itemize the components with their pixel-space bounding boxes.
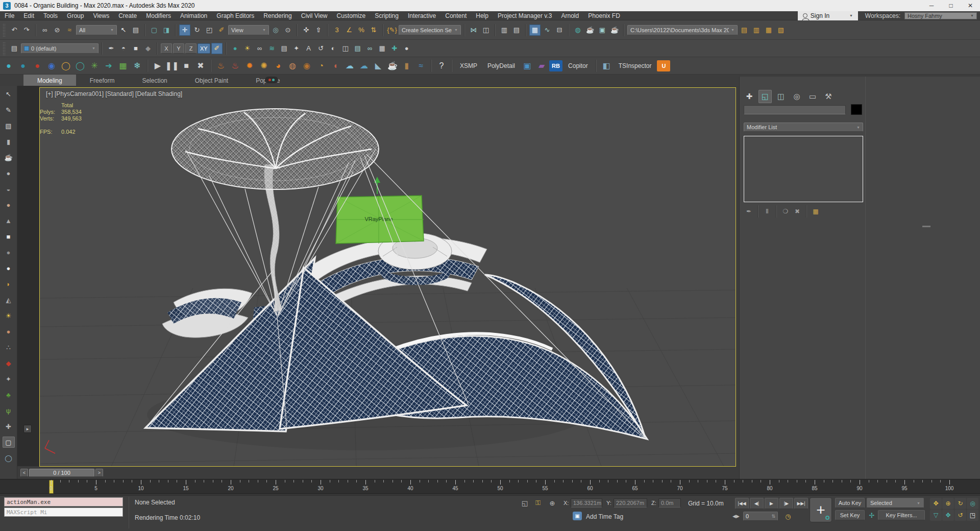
ribbon-tab-object-paint[interactable]: Object Paint <box>181 75 242 86</box>
menu-scripting[interactable]: Scripting <box>370 12 403 19</box>
drag-handle-icon[interactable] <box>3 23 6 37</box>
bind-to-space-warp-icon[interactable]: ≈ <box>64 25 75 36</box>
menu-modifiers[interactable]: Modifiers <box>141 12 176 19</box>
vray-lens-icon[interactable]: ∞ <box>254 43 265 54</box>
phoenix-ball-3-icon[interactable]: ● <box>31 59 44 73</box>
key-mode-select[interactable]: Selected ▼ <box>867 498 924 508</box>
track-expand-button[interactable]: ▸ <box>23 425 32 433</box>
x-coord-field[interactable]: 136.3321m <box>571 498 602 508</box>
curve-editor-icon[interactable]: ∿ <box>542 25 553 36</box>
axis-constraint-xy[interactable]: XY <box>198 43 210 54</box>
menu-content[interactable]: Content <box>440 12 471 19</box>
lt-brush-icon[interactable]: ✎ <box>3 104 15 115</box>
donut-icon[interactable]: ◍ <box>286 59 299 73</box>
pin-layer-icon[interactable]: ✒ <box>106 43 117 54</box>
named-selection-set-dropdown[interactable]: Create Selection Se▼ <box>399 25 461 35</box>
lt-ball-tan-icon[interactable]: ● <box>3 199 15 210</box>
ribbon-tab-modeling[interactable]: Modeling <box>23 75 76 86</box>
undo-icon[interactable]: ↶ <box>9 25 20 36</box>
time-configuration-icon[interactable]: ◷ <box>783 511 793 521</box>
select-and-place-icon[interactable]: ✐ <box>216 25 227 36</box>
key-filters-button[interactable]: Key Filters... <box>878 510 925 520</box>
phoenix-grid-icon[interactable]: ▦ <box>116 59 130 73</box>
lt-droplet-icon[interactable]: ◆ <box>3 357 15 369</box>
ribbon-tab-freeform[interactable]: Freeform <box>76 75 129 86</box>
time-slider[interactable]: 0 / 100 <box>29 469 94 477</box>
auto-key-button[interactable]: Auto Key <box>835 498 865 508</box>
menu-file[interactable]: File <box>0 12 19 19</box>
lt-ball-white-icon[interactable]: ● <box>3 262 15 274</box>
menu-interactive[interactable]: Interactive <box>403 12 440 19</box>
menu-animation[interactable]: Animation <box>176 12 212 19</box>
vray-a-icon[interactable]: A <box>303 43 314 54</box>
use-selection-center-icon[interactable]: ⊙ <box>282 25 293 36</box>
absolute-mode-icon[interactable]: ⊕ <box>547 498 557 508</box>
axis-constraint-y[interactable]: Y <box>173 43 184 54</box>
select-by-name-icon[interactable]: ▤ <box>130 25 141 36</box>
phoenix-ball-1-icon[interactable]: ● <box>2 59 15 73</box>
vray-plus-icon[interactable]: ✚ <box>389 43 400 54</box>
select-and-move-icon[interactable]: ✛ <box>179 25 190 36</box>
remove-modifier-icon[interactable]: ✖ <box>792 207 802 216</box>
current-frame-field[interactable]: 0 ⇅ <box>743 512 778 521</box>
phoenix-arrow-icon[interactable]: ➔ <box>102 59 115 73</box>
play-animation-icon[interactable]: ▶ <box>765 498 778 509</box>
vray-browser-icon[interactable]: ▤ <box>352 43 363 54</box>
project-settings-icon[interactable]: ▧ <box>775 25 787 36</box>
menu-customize[interactable]: Customize <box>332 12 371 19</box>
isolate-selection-icon[interactable]: ◱ <box>520 498 530 508</box>
vray-light-icon[interactable]: ☀ <box>242 43 253 54</box>
zoom-all-icon[interactable]: ⊕ <box>942 498 954 509</box>
go-to-end-icon[interactable]: ▶▶| <box>794 498 808 509</box>
wave-icon[interactable]: ≈ <box>414 59 428 73</box>
cookie-icon[interactable]: ◉ <box>300 59 313 73</box>
render-production-icon[interactable]: ☕ <box>609 25 620 36</box>
inspector-icon[interactable]: ◧ <box>600 59 613 73</box>
fire-burst-icon[interactable]: ✹ <box>243 59 256 73</box>
lt-grass-icon[interactable]: ψ <box>3 405 15 416</box>
ribbon-tab-selection[interactable]: Selection <box>128 75 181 86</box>
rb-badge[interactable]: RB <box>549 60 562 71</box>
select-and-scale-icon[interactable]: ◰ <box>204 25 215 36</box>
vray-lens2-icon[interactable]: ∞ <box>364 43 376 54</box>
menu-civil-view[interactable]: Civil View <box>297 12 332 19</box>
add-time-tag-label[interactable]: Add Time Tag <box>586 513 623 520</box>
select-and-manipulate-icon[interactable]: ✜ <box>301 25 312 36</box>
menu-rendering[interactable]: Rendering <box>259 12 296 19</box>
y-coord-field[interactable]: 220.2067m <box>614 498 647 508</box>
set-key-button[interactable]: Set Key <box>835 510 865 520</box>
lt-box-icon[interactable]: ▧ <box>3 120 15 131</box>
zoom-icon[interactable]: ✥ <box>930 498 942 509</box>
modifier-stack[interactable] <box>744 136 863 202</box>
lt-cone-icon[interactable]: ▲ <box>3 215 15 226</box>
time-tag-cube-icon[interactable]: ▣ <box>573 512 582 520</box>
redo-icon[interactable]: ↷ <box>21 25 32 36</box>
z-coord-field[interactable]: 0.0m <box>658 498 681 508</box>
splash-icon[interactable]: ✺ <box>257 59 271 73</box>
menu-project-manager-v-3[interactable]: Project Manager v.3 <box>493 12 557 19</box>
phoenix-ring-1-icon[interactable]: ◯ <box>59 59 72 73</box>
field-of-view-icon[interactable]: ▽ <box>930 510 942 521</box>
maxscript-mini-listener-line2[interactable]: MAXScript Mi <box>4 508 123 517</box>
lt-ball-copper-icon[interactable]: ● <box>3 326 15 337</box>
ribbon-options-pill[interactable] <box>265 77 278 83</box>
align-icon[interactable]: ◫ <box>480 25 492 36</box>
lt-select-icon[interactable]: ↖ <box>3 88 15 100</box>
polydetail-button[interactable]: PolyDetail <box>483 60 520 72</box>
sim-play-icon[interactable]: ▶ <box>151 59 164 73</box>
lt-sphere-icon[interactable]: ● <box>3 167 15 179</box>
phoenix-ring-2-icon[interactable]: ◯ <box>74 59 87 73</box>
next-frame-icon[interactable]: |▶ <box>779 498 793 509</box>
menu-edit[interactable]: Edit <box>19 12 39 19</box>
rectangular-selection-region-icon[interactable]: ▢ <box>149 25 160 36</box>
percent-snap-toggle-icon[interactable]: % <box>356 25 367 36</box>
angle-snap-toggle-icon[interactable]: ∠ <box>344 25 355 36</box>
graphite-cap-icon[interactable]: ◓ <box>118 43 129 54</box>
window-crossing-toggle-icon[interactable]: ◨ <box>161 25 172 36</box>
lt-tree-icon[interactable]: ♣ <box>3 389 15 400</box>
square-tool-icon[interactable]: ■ <box>130 43 141 54</box>
minimize-button[interactable]: ─ <box>922 0 941 11</box>
phoenix-ball-2-icon[interactable]: ● <box>16 59 30 73</box>
maxscript-mini-listener-line1[interactable]: actionMan.exe <box>4 497 123 506</box>
u-badge[interactable]: U <box>657 60 670 71</box>
